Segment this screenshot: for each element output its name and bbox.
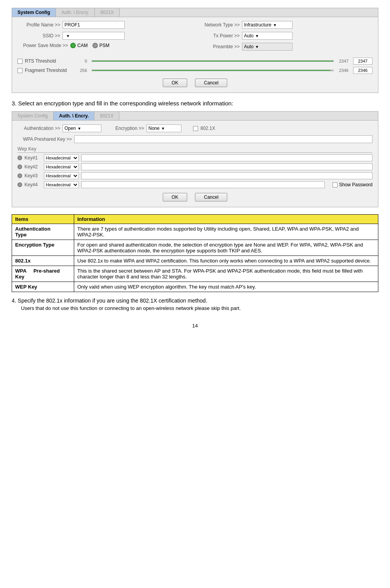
- rts-checkbox[interactable]: [17, 59, 23, 64]
- enc-value: None: [148, 126, 160, 131]
- tx-power-row: Tx Power >> Auto ▼: [201, 32, 373, 40]
- wpa-psk-row: WPA Preshared Key >>: [17, 135, 373, 143]
- profile-name-input[interactable]: [63, 21, 125, 29]
- key4-row: Key#4 Hexadecimal Show Password: [17, 181, 373, 188]
- frag-checkbox[interactable]: [17, 68, 23, 73]
- info-enc-type: For open and shared authentication mode,…: [74, 240, 378, 256]
- col2-header: Information: [74, 215, 378, 224]
- panel1-tabs: System Config Auth. \ Encry. 8021X: [12, 8, 378, 17]
- auth-enc-row: Authentication >> Open ▼ Encryption >> N…: [17, 124, 373, 132]
- dot1x-checkbox[interactable]: [193, 126, 198, 131]
- wep-key-section-label: Wep Key: [17, 146, 373, 153]
- rts-label: RTS Threshold: [25, 58, 75, 64]
- wpa-psk-label: WPA Preshared Key >>: [17, 136, 72, 142]
- rts-val-left: 0: [75, 59, 87, 63]
- info-wep-key: Only valid when using WEP encryption alg…: [74, 282, 378, 292]
- preamble-value: Auto: [244, 44, 254, 49]
- tx-power-arrow-icon: ▼: [255, 34, 259, 38]
- frag-input[interactable]: [353, 67, 373, 74]
- key4-hex-select[interactable]: Hexadecimal: [44, 181, 79, 188]
- ssid-arrow-icon: ▼: [66, 34, 70, 38]
- panel2-cancel-button[interactable]: Cancel: [195, 193, 227, 201]
- key2-hex-select[interactable]: Hexadecimal: [44, 163, 79, 170]
- auth-arrow-icon: ▼: [77, 126, 81, 131]
- rts-threshold-row: RTS Threshold 0 2347: [17, 58, 373, 65]
- info-table: Items Information AuthenticationType The…: [12, 214, 378, 292]
- tab-auth-encry[interactable]: Auth. \ Encry.: [56, 8, 95, 17]
- tab-system-config[interactable]: System Config: [12, 8, 56, 17]
- cam-label: CAM: [77, 43, 88, 48]
- key1-input[interactable]: [81, 154, 373, 161]
- tab2-auth-encry[interactable]: Auth. \ Encry.: [54, 112, 94, 120]
- panel2-body: Authentication >> Open ▼ Encryption >> N…: [12, 121, 378, 207]
- rts-slider-track[interactable]: [92, 60, 334, 62]
- network-type-row: Network Type >> Infrastructure ▼: [201, 21, 373, 29]
- panel2-ok-button[interactable]: OK: [163, 193, 187, 201]
- panel1-buttons: OK Cancel: [17, 79, 373, 87]
- frag-label: Fragment Threshold: [25, 68, 75, 73]
- info-auth-type: There are 7 types of authentication mode…: [74, 224, 378, 240]
- col1-header: Items: [12, 215, 74, 224]
- key1-hex-select[interactable]: Hexadecimal: [44, 154, 79, 161]
- key4-input[interactable]: [81, 181, 325, 188]
- frag-slider-track[interactable]: [92, 70, 334, 71]
- network-type-value: Infrastructure: [244, 22, 272, 28]
- preamble-select: Auto ▼: [242, 43, 292, 51]
- psm-radio[interactable]: [92, 43, 98, 48]
- info-wpa-psk: This is the shared secret between AP and…: [74, 266, 378, 282]
- tab-8021x[interactable]: 8021X: [95, 8, 120, 17]
- item-wep-key: WEP Key: [12, 282, 74, 292]
- panel2-buttons: OK Cancel: [17, 193, 373, 201]
- power-save-row: Power Save Mode >> CAM PSM: [17, 43, 189, 48]
- wpa-psk-input[interactable]: [74, 135, 373, 143]
- show-pw-label: Show Password: [339, 182, 373, 187]
- table-row: WEP Key Only valid when using WEP encryp…: [12, 282, 378, 292]
- psm-label: PSM: [99, 43, 110, 48]
- page-number: 14: [12, 323, 378, 329]
- tx-power-select[interactable]: Auto ▼: [242, 32, 292, 40]
- table-row: 802.1x Use 802.1x to make WPA and WPA2 c…: [12, 256, 378, 266]
- key3-input[interactable]: [81, 172, 373, 179]
- key1-label: Key#1: [24, 155, 44, 161]
- enc-arrow-icon: ▼: [161, 126, 165, 131]
- key3-hex-select[interactable]: Hexadecimal: [44, 172, 79, 179]
- auth-select[interactable]: Open ▼: [63, 124, 101, 132]
- network-type-select[interactable]: Infrastructure ▼: [242, 21, 292, 29]
- preamble-label: Preamble >>: [201, 44, 240, 49]
- panel2-tabs: System Config Auth. \ Encry. 8021X: [12, 112, 378, 121]
- auth-value: Open: [64, 126, 76, 131]
- rts-val-right: 2347: [336, 59, 352, 63]
- key1-bullet: [17, 156, 22, 160]
- key4-bullet: [17, 182, 22, 187]
- key3-row: Key#3 Hexadecimal: [17, 172, 373, 179]
- profile-name-label: Profile Name >>: [17, 22, 60, 28]
- ssid-select[interactable]: ▼: [63, 32, 125, 40]
- rts-slider-fill: [92, 61, 333, 61]
- table-row: Encryption Type For open and shared auth…: [12, 240, 378, 256]
- show-pw-checkbox[interactable]: [333, 182, 338, 187]
- key2-input[interactable]: [81, 163, 373, 170]
- enc-select[interactable]: None ▼: [146, 124, 181, 132]
- panel1-ok-button[interactable]: OK: [163, 79, 187, 87]
- network-type-label: Network Type >>: [201, 22, 240, 28]
- section4-sub: Users that do not use this function or c…: [21, 305, 378, 311]
- rts-input[interactable]: [353, 58, 373, 65]
- key3-bullet: [17, 173, 22, 178]
- frag-threshold-row: Fragment Threshold 256 2346: [17, 67, 373, 74]
- profile-name-row: Profile Name >>: [17, 21, 189, 29]
- key2-bullet: [17, 164, 22, 169]
- frag-slider-fill: [92, 70, 331, 71]
- show-pw-container: Show Password: [333, 182, 373, 187]
- tx-power-value: Auto: [244, 33, 254, 38]
- system-config-panel: System Config Auth. \ Encry. 8021X Profi…: [12, 8, 378, 93]
- tab2-system-config[interactable]: System Config: [12, 112, 54, 120]
- auth-label: Authentication >>: [17, 126, 60, 131]
- panel1-cancel-button[interactable]: Cancel: [195, 79, 227, 87]
- item-8021x: 802.1x: [12, 256, 74, 266]
- tab2-8021x[interactable]: 8021X: [94, 112, 119, 120]
- cam-radio[interactable]: [70, 43, 76, 48]
- frag-val-left: 256: [75, 68, 87, 73]
- enc-label: Encryption >>: [109, 126, 144, 131]
- power-save-label: Power Save Mode >>: [17, 43, 68, 48]
- section4: 4. Specify the 802.1x information if you…: [12, 298, 378, 311]
